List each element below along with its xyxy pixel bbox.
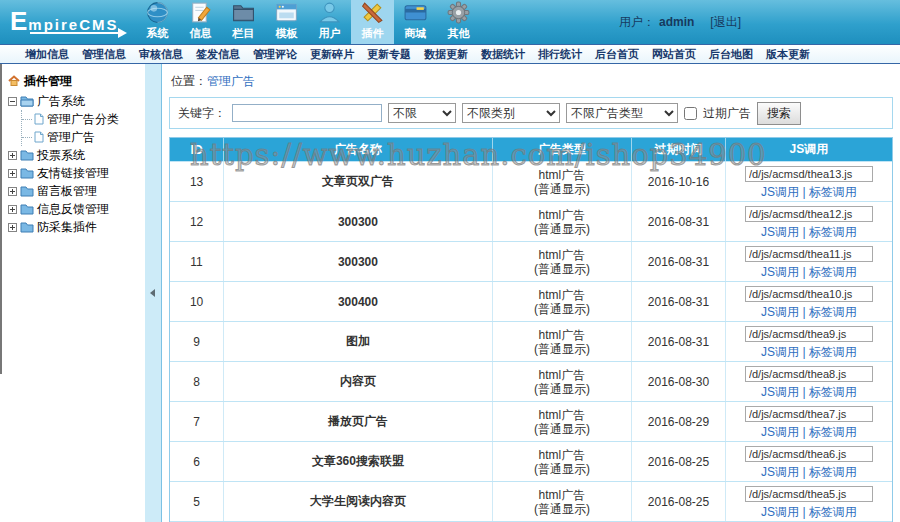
ad-type-select[interactable]: 不限广告类型 — [566, 103, 678, 123]
tag-call-link[interactable]: 标签调用 — [809, 385, 857, 399]
js-call-link[interactable]: JS调用 — [761, 185, 799, 199]
tree-node-vote-system[interactable]: 投票系统 — [8, 146, 145, 164]
js-call-link[interactable]: JS调用 — [761, 425, 799, 439]
js-path-input[interactable] — [745, 286, 873, 302]
subnav-admin-map[interactable]: 后台地图 — [709, 47, 753, 62]
tree-node-feedback[interactable]: 信息反馈管理 — [8, 200, 145, 218]
expand-plus-icon[interactable] — [8, 187, 17, 196]
js-path-input[interactable] — [745, 206, 873, 222]
tree-leaf-manage-ad-categories[interactable]: 管理广告分类 — [22, 110, 145, 128]
table-row: 12 300300 html广告(普通显示) 2016-08-31 JS调用 |… — [170, 201, 892, 241]
expired-checkbox[interactable] — [684, 107, 697, 120]
nav-item-users[interactable]: 用户 — [308, 0, 351, 44]
tag-call-link[interactable]: 标签调用 — [809, 185, 857, 199]
window-icon — [274, 0, 299, 25]
tag-call-link[interactable]: 标签调用 — [809, 265, 857, 279]
subnav-manage-info[interactable]: 管理信息 — [82, 47, 126, 62]
tag-call-link[interactable]: 标签调用 — [809, 305, 857, 319]
tag-call-link[interactable]: 标签调用 — [809, 345, 857, 359]
subnav-review-info[interactable]: 审核信息 — [139, 47, 183, 62]
js-path-input[interactable] — [745, 446, 873, 462]
nav-item-plugins[interactable]: 插件 — [351, 0, 394, 44]
js-call-link[interactable]: JS调用 — [761, 225, 799, 239]
search-button[interactable]: 搜索 — [757, 102, 801, 125]
js-call-link[interactable]: JS调用 — [761, 305, 799, 319]
table-row: 8 内容页 html广告(普通显示) 2016-08-30 JS调用 | 标签调… — [170, 361, 892, 401]
tree-node-label[interactable]: 友情链接管理 — [37, 165, 109, 182]
cell-expire-date: 2016-08-29 — [632, 402, 726, 441]
user-label: 用户： — [619, 14, 655, 31]
js-path-input[interactable] — [745, 366, 873, 382]
tree-node-message-board[interactable]: 留言板管理 — [8, 182, 145, 200]
logout-link[interactable]: [退出] — [710, 14, 741, 31]
tree-leaf-label[interactable]: 管理广告 — [47, 129, 95, 146]
breadcrumb: 位置：管理广告 — [169, 64, 893, 97]
tag-call-link[interactable]: 标签调用 — [809, 425, 857, 439]
table-row: 9 图加 html广告(普通显示) 2016-08-31 JS调用 | 标签调用 — [170, 321, 892, 361]
open-folder-icon — [20, 95, 34, 107]
collapse-minus-icon[interactable] — [8, 97, 17, 106]
js-path-input[interactable] — [745, 486, 873, 502]
limit-select[interactable]: 不限 — [388, 103, 456, 123]
subnav-add-info[interactable]: 增加信息 — [25, 47, 69, 62]
subnav-manage-comments[interactable]: 管理评论 — [253, 47, 297, 62]
expand-plus-icon[interactable] — [8, 205, 17, 214]
tag-call-link[interactable]: 标签调用 — [809, 465, 857, 479]
col-header-id: ID — [170, 138, 224, 161]
tree-node-label[interactable]: 信息反馈管理 — [37, 201, 109, 218]
cell-js-call: JS调用 | 标签调用 — [726, 442, 892, 481]
breadcrumb-current-link[interactable]: 管理广告 — [207, 74, 255, 88]
sidebar-root-label: 插件管理 — [24, 73, 72, 90]
subnav-data-update[interactable]: 数据更新 — [424, 47, 468, 62]
tree-leaf-label[interactable]: 管理广告分类 — [47, 111, 119, 128]
ad-type-line2: (普通显示) — [534, 422, 590, 436]
expired-label: 过期广告 — [703, 105, 751, 122]
subnav-update-topics[interactable]: 更新专题 — [367, 47, 411, 62]
cell-ad-type: html广告(普通显示) — [493, 282, 632, 321]
js-call-link[interactable]: JS调用 — [761, 505, 799, 519]
tree-node-friend-links[interactable]: 友情链接管理 — [8, 164, 145, 182]
subnav-update-fragments[interactable]: 更新碎片 — [310, 47, 354, 62]
subnav-sign-info[interactable]: 签发信息 — [196, 47, 240, 62]
nav-item-columns[interactable]: 栏目 — [222, 0, 265, 44]
subnav-version-update[interactable]: 版本更新 — [766, 47, 810, 62]
tag-call-link[interactable]: 标签调用 — [809, 225, 857, 239]
subnav-admin-home[interactable]: 后台首页 — [595, 47, 639, 62]
js-call-link[interactable]: JS调用 — [761, 265, 799, 279]
nav-item-templates[interactable]: 模板 — [265, 0, 308, 44]
nav-item-mall[interactable]: 商城 — [394, 0, 437, 44]
expand-plus-icon[interactable] — [8, 169, 17, 178]
ad-type-line1: html广告 — [539, 328, 586, 342]
nav-item-system[interactable]: 系统 — [136, 0, 179, 44]
js-path-input[interactable] — [745, 166, 873, 182]
expand-plus-icon[interactable] — [8, 223, 17, 232]
js-path-input[interactable] — [745, 406, 873, 422]
nav-item-info[interactable]: 信息 — [179, 0, 222, 44]
js-call-link[interactable]: JS调用 — [761, 385, 799, 399]
sidebar-collapse-bar[interactable] — [145, 64, 162, 522]
tree-node-anti-collection[interactable]: 防采集插件 — [8, 218, 145, 236]
category-select[interactable]: 不限类别 — [462, 103, 560, 123]
subnav-data-stats[interactable]: 数据统计 — [481, 47, 525, 62]
subnav-ranking-stats[interactable]: 排行统计 — [538, 47, 582, 62]
expand-plus-icon[interactable] — [8, 151, 17, 160]
tree-node-label[interactable]: 广告系统 — [37, 93, 85, 110]
js-path-input[interactable] — [745, 326, 873, 342]
js-path-input[interactable] — [745, 246, 873, 262]
tree-node-ad-system[interactable]: 广告系统 — [8, 92, 145, 110]
tree-node-label[interactable]: 防采集插件 — [37, 219, 97, 236]
keyword-input[interactable] — [232, 104, 382, 122]
link-separator: | — [799, 385, 809, 399]
cell-ad-type: html广告(普通显示) — [493, 402, 632, 441]
subnav-site-home[interactable]: 网站首页 — [652, 47, 696, 62]
js-call-link[interactable]: JS调用 — [761, 465, 799, 479]
tree-leaf-manage-ads[interactable]: 管理广告 — [22, 128, 145, 146]
page-icon — [34, 113, 44, 125]
tag-call-link[interactable]: 标签调用 — [809, 505, 857, 519]
empirecms-admin-page: EmpireCMS 系统 信息 栏目 — [0, 0, 900, 522]
tree-node-label[interactable]: 留言板管理 — [37, 183, 97, 200]
tree-node-label[interactable]: 投票系统 — [37, 147, 85, 164]
folder-icon — [20, 167, 34, 179]
js-call-link[interactable]: JS调用 — [761, 345, 799, 359]
nav-item-other[interactable]: 其他 — [437, 0, 480, 44]
